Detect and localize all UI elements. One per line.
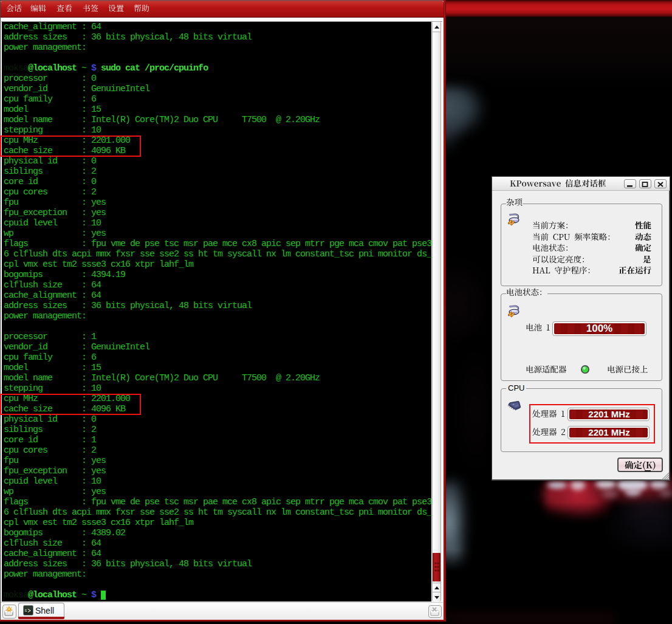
svg-text:s: s — [24, 608, 27, 613]
